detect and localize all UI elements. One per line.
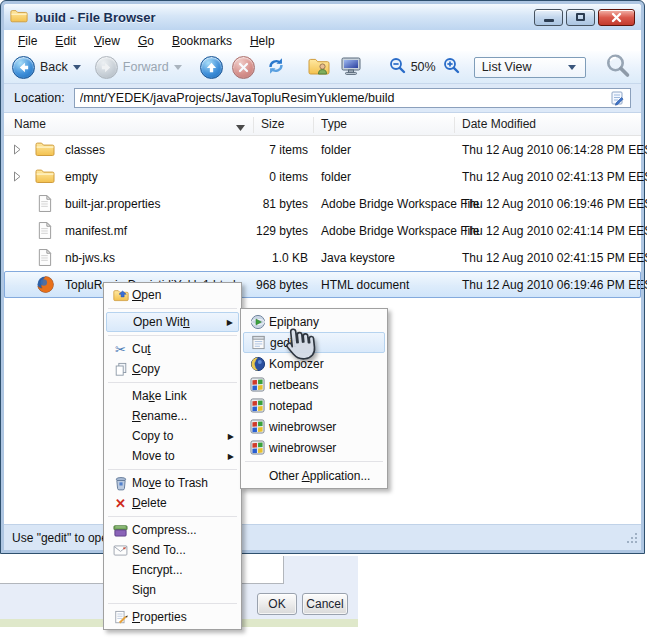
zoom-in-button[interactable] [443,57,460,77]
location-input[interactable]: /mnt/YEDEK/javaProjects/JavaTopluResimYu… [74,88,631,108]
submenu-item-notepad[interactable]: notepad [243,395,385,416]
submenu-item-netbeans[interactable]: netbeans [243,374,385,395]
menu-item-send-to[interactable]: Send To... [106,540,239,560]
menu-item-move-to[interactable]: Move to ▶ [106,446,239,466]
file-type: folder [321,143,351,157]
search-button[interactable] [605,53,631,82]
desktop: OK Cancel build - File Browser File Edit… [0,0,647,640]
file-date: Thu 12 Aug 2010 02:41:13 PM EEST [462,170,647,184]
submenu-item-winebrowser-2[interactable]: winebrowser [243,437,385,458]
refresh-button[interactable] [265,55,287,80]
windows-app-icon [246,419,269,434]
epiphany-icon [246,314,269,330]
context-menu: Open Open With ▶ ✂ Cut Copy Make Link Re… [103,282,242,630]
ok-button[interactable]: OK [257,593,297,615]
file-size: 1.0 KB [226,251,308,265]
file-row-manifest[interactable]: manifest.mf 129 bytes Adobe Bridge Works… [4,217,641,244]
minimize-button[interactable] [534,9,563,26]
cancel-button[interactable]: Cancel [302,593,348,615]
home-button[interactable] [307,56,331,79]
file-type: Java keystore [321,251,395,265]
expander-icon[interactable] [12,171,22,185]
menu-item-move-to-trash[interactable]: Move to Trash [106,473,239,493]
resize-grip[interactable] [626,532,638,547]
menu-item-sign[interactable]: Sign [106,580,239,600]
column-date[interactable]: Date Modified [462,117,536,131]
delete-x-icon: ✕ [109,496,132,511]
menu-item-open[interactable]: Open [106,285,239,305]
file-size: 81 bytes [226,197,308,211]
maximize-button[interactable] [566,9,595,26]
computer-button[interactable] [339,56,363,79]
submenu-item-other-application[interactable]: Other Application... [243,465,385,486]
column-type[interactable]: Type [321,117,347,131]
menu-file[interactable]: File [9,32,46,50]
close-button[interactable] [598,9,635,26]
zoom-level: 50% [411,60,436,74]
zoom-out-button[interactable] [389,57,406,77]
maximize-icon [576,13,585,21]
file-size: 7 items [226,143,308,157]
status-text: Use "gedit" to open [12,531,115,545]
back-dropdown-icon[interactable] [73,65,81,70]
menu-item-copy[interactable]: Copy [106,359,239,379]
location-value: /mnt/YEDEK/javaProjects/JavaTopluResimYu… [80,91,609,105]
copy-icon [109,362,132,377]
expander-icon[interactable] [12,144,22,158]
menu-item-rename[interactable]: Rename... [106,406,239,426]
menu-bookmarks[interactable]: Bookmarks [163,32,241,50]
menu-item-make-link[interactable]: Make Link [106,386,239,406]
file-type: folder [321,170,351,184]
archive-icon [109,523,132,537]
forward-arrow-icon [100,61,113,74]
back-arrow-icon [17,61,30,74]
file-size: 0 items [226,170,308,184]
file-row-empty[interactable]: empty 0 items folder Thu 12 Aug 2010 02:… [4,163,641,190]
column-name[interactable]: Name [14,117,46,131]
zoom-in-icon [443,57,460,74]
menu-help[interactable]: Help [241,32,284,50]
file-date: Thu 12 Aug 2010 06:19:46 PM EEST [462,197,647,211]
file-row-nb-jws[interactable]: nb-jws.ks 1.0 KB Java keystore Thu 12 Au… [4,244,641,271]
windows-app-icon [246,398,269,413]
view-mode-value: List View [482,60,532,74]
stop-button[interactable] [232,56,255,79]
file-row-classes[interactable]: classes 7 items folder Thu 12 Aug 2010 0… [4,136,641,163]
menu-item-properties[interactable]: Properties [106,607,239,627]
file-type: Adobe Bridge Workspace File [321,224,480,238]
back-label: Back [40,60,68,74]
forward-label: Forward [123,60,169,74]
document-icon [37,221,52,243]
scissors-icon: ✂ [109,342,132,357]
submenu-item-winebrowser-1[interactable]: winebrowser [243,416,385,437]
file-name: built-jar.properties [65,197,160,211]
menu-item-copy-to[interactable]: Copy to ▶ [106,426,239,446]
file-name: nb-jws.ks [65,251,115,265]
menu-edit[interactable]: Edit [46,32,85,50]
menu-item-delete[interactable]: ✕ Delete [106,493,239,513]
sort-desc-icon [236,120,245,134]
menu-item-open-with[interactable]: Open With ▶ [106,312,239,332]
file-row-html-selected[interactable]: TopluResimDegistirliYukle1.html 968 byte… [4,271,641,298]
submenu-arrow-icon: ▶ [228,432,234,441]
close-icon [611,12,622,23]
file-date: Thu 12 Aug 2010 02:41:15 PM EEST [462,251,647,265]
forward-dropdown-icon [174,65,182,70]
column-size[interactable]: Size [261,117,284,131]
up-arrow-icon [205,61,218,74]
windows-app-icon [246,377,269,392]
titlebar[interactable]: build - File Browser [4,4,641,30]
location-edit-icon[interactable] [609,90,625,106]
file-row-built-jar[interactable]: built-jar.properties 81 bytes Adobe Brid… [4,190,641,217]
back-button[interactable] [12,56,35,79]
up-button[interactable] [200,56,223,79]
menu-item-compress[interactable]: Compress... [106,520,239,540]
menu-item-encrypt[interactable]: Encrypt... [106,560,239,580]
view-mode-arrow-icon [568,65,576,70]
forward-button[interactable] [95,56,118,79]
menu-view[interactable]: View [85,32,129,50]
menu-go[interactable]: Go [129,32,163,50]
submenu-arrow-icon: ▶ [227,318,233,327]
view-mode-select[interactable]: List View [474,57,586,78]
menu-item-cut[interactable]: ✂ Cut [106,339,239,359]
